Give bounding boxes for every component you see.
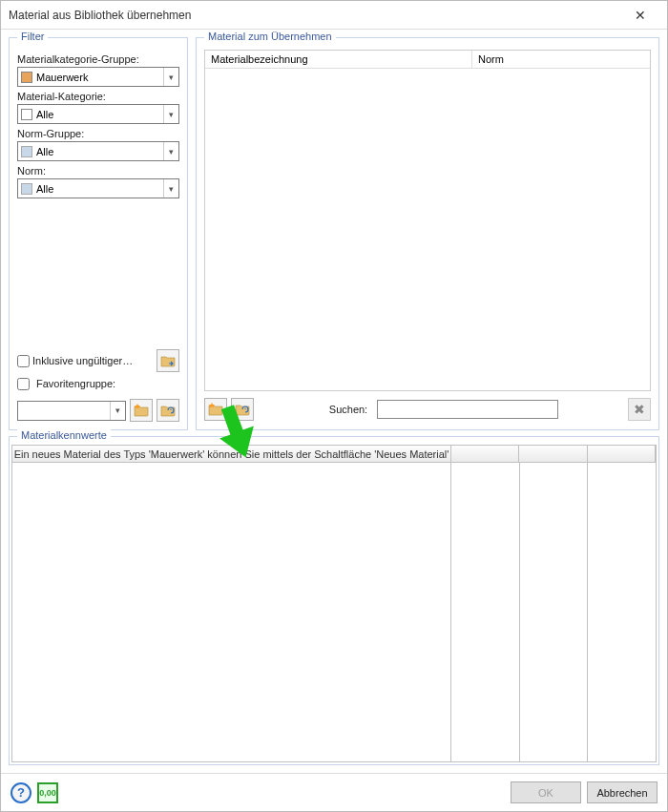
column-header-norm[interactable]: Norm xyxy=(472,51,650,69)
filter-group-title: Filter xyxy=(17,31,48,42)
help-button[interactable]: ? xyxy=(10,782,31,803)
swatch-icon xyxy=(21,72,32,83)
window-title: Material aus Bibliothek übernehmen xyxy=(9,9,621,22)
filter-groupbox: Filter Materialkategorie-Gruppe: Mauerwe… xyxy=(9,37,188,430)
folder-refresh-icon xyxy=(160,403,176,418)
combo-material-kategorie[interactable]: Alle ▾ xyxy=(17,104,179,124)
material-transfer-title: Material zum Übernehmen xyxy=(204,31,336,42)
grid-body-cell xyxy=(520,463,589,761)
combo-norm[interactable]: Alle ▾ xyxy=(17,178,179,198)
grid-header-cell xyxy=(451,446,519,463)
checkbox-favoritengruppe-wrap[interactable]: Favoritengruppe: xyxy=(17,374,179,393)
favorites-refresh-button[interactable] xyxy=(157,399,179,422)
cancel-label: Abbrechen xyxy=(596,787,647,799)
combo-value: Alle xyxy=(36,109,163,120)
favorites-new-button[interactable] xyxy=(130,399,153,422)
label-norm-gruppe: Norm-Gruppe: xyxy=(17,128,179,139)
cancel-button[interactable]: Abbrechen xyxy=(587,781,658,803)
combo-favoritengruppe[interactable]: ▾ xyxy=(17,401,126,421)
material-list-header: Materialbezeichnung Norm xyxy=(204,50,651,69)
chevron-down-icon: ▾ xyxy=(110,402,125,420)
checkbox-inklusive-ungueltig[interactable] xyxy=(17,355,30,367)
column-header-materialbezeichnung[interactable]: Materialbezeichnung xyxy=(205,51,472,69)
combo-value: Alle xyxy=(36,146,163,157)
materialkennwerte-hint: Ein neues Material des Typs 'Mauerwerk' … xyxy=(12,446,451,463)
delete-icon: ✖ xyxy=(634,402,645,417)
swatch-icon xyxy=(21,146,32,157)
checkbox-label: Favoritengruppe: xyxy=(36,378,115,389)
help-icon: ? xyxy=(17,785,25,800)
chevron-down-icon: ▾ xyxy=(163,179,178,198)
grid-body-cell xyxy=(451,463,520,761)
folder-browse-button[interactable] xyxy=(157,349,179,372)
combo-materialkategorie-gruppe[interactable]: Mauerwerk ▾ xyxy=(17,67,179,87)
delete-button[interactable]: ✖ xyxy=(628,398,651,421)
dialog-footer: ? 0,00 OK Abbrechen xyxy=(1,773,667,811)
chevron-down-icon: ▾ xyxy=(163,105,178,123)
chevron-down-icon: ▾ xyxy=(163,142,178,160)
material-new-button[interactable] xyxy=(204,398,227,421)
folder-new-icon xyxy=(208,402,223,417)
label-materialkategorie-gruppe: Materialkategorie-Gruppe: xyxy=(17,53,179,65)
format-num-icon: 0,00 xyxy=(39,788,56,798)
material-list[interactable] xyxy=(204,69,651,391)
material-transfer-groupbox: Material zum Übernehmen Materialbezeichn… xyxy=(196,37,659,430)
checkbox-label: Inklusive ungültiger… xyxy=(32,355,133,366)
materialkennwerte-grid[interactable]: Ein neues Material des Typs 'Mauerwerk' … xyxy=(11,445,657,762)
folder-browse-icon xyxy=(160,353,176,368)
material-refresh-button[interactable] xyxy=(231,398,254,421)
dialog-window: Material aus Bibliothek übernehmen ✕ Fil… xyxy=(0,0,668,812)
close-button[interactable]: ✕ xyxy=(621,8,659,23)
combo-value xyxy=(18,402,110,420)
combo-value: Alle xyxy=(36,183,163,195)
grid-header-cell xyxy=(588,446,656,463)
grid-body-cell xyxy=(12,463,451,761)
combo-value: Mauerwerk xyxy=(36,72,163,83)
materialkennwerte-groupbox: Materialkennwerte Ein neues Material des… xyxy=(9,436,659,765)
checkbox-inklusive-ungueltig-wrap[interactable]: Inklusive ungültiger… xyxy=(17,355,133,367)
checkbox-favoritengruppe[interactable] xyxy=(17,378,30,390)
grid-body-cell xyxy=(588,463,656,761)
grid-header-cell xyxy=(519,446,587,463)
search-label: Suchen: xyxy=(329,404,367,415)
folder-new-icon xyxy=(134,403,149,418)
title-bar: Material aus Bibliothek übernehmen ✕ xyxy=(1,1,667,30)
swatch-icon xyxy=(21,109,32,120)
label-norm: Norm: xyxy=(17,165,179,177)
chevron-down-icon: ▾ xyxy=(163,68,178,86)
folder-refresh-icon xyxy=(235,402,250,417)
search-input[interactable] xyxy=(377,400,558,419)
label-material-kategorie: Material-Kategorie: xyxy=(17,91,179,102)
materialkennwerte-title: Materialkennwerte xyxy=(17,429,111,441)
combo-norm-gruppe[interactable]: Alle ▾ xyxy=(17,141,179,161)
swatch-icon xyxy=(21,183,32,195)
ok-button[interactable]: OK xyxy=(511,781,581,803)
number-format-button[interactable]: 0,00 xyxy=(37,782,58,803)
ok-label: OK xyxy=(538,787,553,799)
